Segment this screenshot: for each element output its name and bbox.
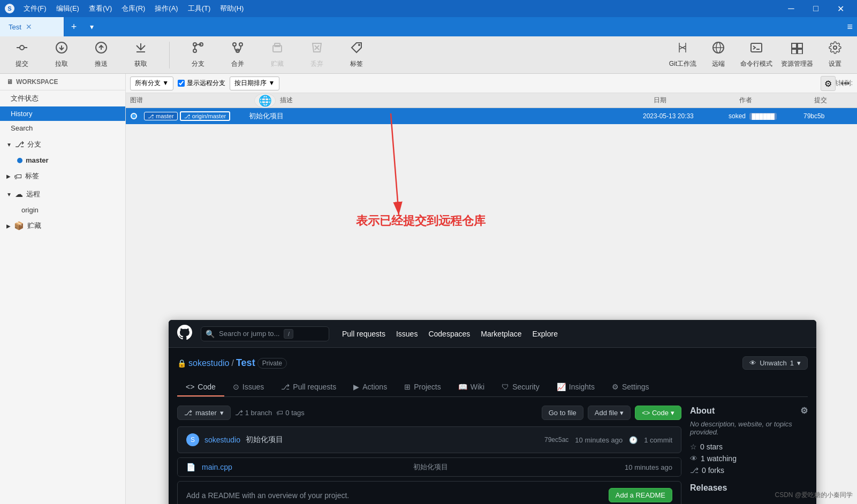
- sidebar-stash-section[interactable]: ▶ 📦 贮藏: [0, 217, 125, 235]
- tab-overflow-icon[interactable]: ≡: [847, 21, 853, 33]
- sidebar-item-search[interactable]: Search: [0, 121, 125, 135]
- sort-dropdown[interactable]: 按日期排序 ▼: [230, 77, 279, 90]
- gh-tab-issues[interactable]: ⊙ Issues: [224, 378, 272, 396]
- tab-dropdown[interactable]: ▾: [84, 22, 100, 31]
- projects-icon: ⊞: [404, 383, 411, 391]
- gh-about-gear-icon[interactable]: ⚙: [800, 406, 808, 416]
- badge-origin-master: ⎇ origin/master: [180, 111, 231, 121]
- toolbar-pull[interactable]: 拉取: [48, 41, 75, 68]
- gh-branch-selector[interactable]: ⎇ master ▾: [177, 406, 231, 420]
- toolbar-cli[interactable]: 命令行模式: [740, 41, 772, 68]
- gh-nav-explore[interactable]: Explore: [528, 327, 562, 340]
- gh-repo-sidebar: About ⚙ No description, website, or topi…: [690, 406, 808, 504]
- gh-unwatch-button[interactable]: 👁 Unwatch 1 ▾: [742, 356, 808, 370]
- gh-content: 🔒 sokestudio / Test Private 👁 Unwatch 1 …: [169, 348, 816, 504]
- globe-icon: 🌐: [254, 93, 276, 108]
- gh-branch-left: ⎇ master ▾ ⎇ 1 branch 🏷: [177, 406, 305, 420]
- sidebar-remote-section[interactable]: ▼ ☁ 远程: [0, 185, 125, 203]
- content-toolbar-right: ⚙ •••: [821, 76, 853, 91]
- sidebar-item-file-status[interactable]: 文件状态: [0, 90, 125, 106]
- gh-commit-hash[interactable]: 79ec5ac: [544, 436, 568, 444]
- toolbar-settings[interactable]: 设置: [822, 41, 848, 68]
- toolbar-commit[interactable]: 提交: [9, 41, 35, 68]
- gh-separator: /: [232, 358, 234, 368]
- gh-tab-settings[interactable]: ⚙ Settings: [603, 378, 658, 396]
- gh-readme-text: Add a README with an overview of your pr…: [186, 491, 349, 500]
- menu-edit[interactable]: 编辑(E): [52, 3, 84, 14]
- sidebar-origin[interactable]: origin: [0, 203, 125, 217]
- gh-tab-actions[interactable]: ▶ Actions: [345, 378, 396, 396]
- window-controls[interactable]: ─ □ ✕: [779, 0, 853, 17]
- toolbar-explorer[interactable]: 资源管理器: [781, 41, 813, 68]
- gh-repo-name[interactable]: Test: [236, 357, 255, 369]
- toolbar-git-workflow[interactable]: Git工作流: [669, 41, 696, 68]
- menu-action[interactable]: 操作(A): [150, 3, 182, 14]
- unwatch-chevron: ▾: [797, 359, 801, 367]
- gh-tab-security[interactable]: 🛡 Security: [493, 378, 548, 396]
- tags-chevron-icon: ▶: [6, 173, 11, 179]
- projects-tab-label: Projects: [414, 383, 441, 391]
- content-gear-button[interactable]: ⚙: [821, 76, 836, 91]
- sidebar-branches-section[interactable]: ▼ ⎇ 分支: [0, 135, 125, 154]
- gh-search-box[interactable]: 🔍 Search or jump to... /: [201, 326, 329, 341]
- gh-history-icon: 🕐: [629, 436, 638, 444]
- toolbar-discard[interactable]: 丢弃: [304, 41, 330, 68]
- menu-help[interactable]: 帮助(H): [216, 3, 248, 14]
- gh-tab-prs[interactable]: ⎇ Pull requests: [272, 378, 345, 396]
- add-file-label: Add file: [595, 409, 618, 417]
- gh-go-to-file-button[interactable]: Go to file: [542, 406, 583, 420]
- close-button[interactable]: ✕: [828, 0, 853, 17]
- toolbar-push[interactable]: 推送: [88, 41, 115, 68]
- gh-tab-wiki[interactable]: 📖 Wiki: [450, 378, 493, 396]
- gh-nav-links: Pull requests Issues Codespaces Marketpl…: [338, 327, 562, 340]
- toolbar-fetch[interactable]: 获取: [127, 41, 154, 68]
- gh-nav-codespaces[interactable]: Codespaces: [424, 327, 474, 340]
- gh-tab-insights[interactable]: 📈 Insights: [548, 378, 603, 396]
- sidebar-item-history[interactable]: History: [0, 106, 125, 121]
- gh-file-name-0[interactable]: main.cpp: [202, 463, 407, 471]
- gh-commit-author-link[interactable]: sokestudio: [204, 436, 240, 444]
- tab-close-button[interactable]: ✕: [26, 22, 32, 31]
- gh-add-readme-button[interactable]: Add a README: [609, 488, 672, 502]
- toolbar-tag[interactable]: 标签: [343, 41, 370, 68]
- settings-icon: [829, 41, 841, 57]
- menu-tools[interactable]: 工具(T): [184, 3, 215, 14]
- toolbar-branch[interactable]: 分支: [185, 41, 211, 68]
- toolbar-remote[interactable]: 远端: [705, 41, 732, 68]
- row-author: soked ██████: [729, 112, 803, 120]
- menu-view[interactable]: 查看(V): [85, 3, 116, 14]
- maximize-button[interactable]: □: [803, 0, 828, 17]
- gh-stars-stat: ☆ 0 stars: [690, 442, 808, 451]
- gh-commits-count[interactable]: 1 commit: [644, 436, 672, 444]
- tab-test[interactable]: Test ✕: [0, 17, 64, 36]
- gh-code-button[interactable]: <> Code ▾: [635, 406, 681, 420]
- sidebar-master-branch[interactable]: master: [0, 154, 125, 167]
- menu-file[interactable]: 文件(F): [19, 3, 51, 14]
- security-tab-label: Security: [512, 383, 540, 391]
- gh-file-row-0[interactable]: 📄 main.cpp 初始化项目 10 minutes ago: [178, 458, 681, 476]
- gh-repo-owner[interactable]: sokestudio: [188, 358, 230, 368]
- svg-point-2: [20, 45, 24, 50]
- unwatch-label: Unwatch: [760, 359, 787, 367]
- show-remote-checkbox-label[interactable]: 显示远程分支: [178, 79, 225, 88]
- gh-tab-code[interactable]: <> Code: [177, 378, 224, 396]
- tab-add-button[interactable]: +: [64, 17, 84, 36]
- stash-label: 贮藏: [27, 221, 41, 231]
- gh-nav-pullrequests[interactable]: Pull requests: [338, 327, 390, 340]
- gh-nav-issues[interactable]: Issues: [392, 327, 422, 340]
- toolbar-merge[interactable]: 合并: [224, 41, 251, 68]
- gh-nav-marketplace[interactable]: Marketplace: [476, 327, 526, 340]
- gh-tab-projects[interactable]: ⊞ Projects: [396, 378, 450, 396]
- content-more-button[interactable]: •••: [838, 76, 853, 91]
- menu-repo[interactable]: 仓库(R): [117, 3, 149, 14]
- gh-commit-time: 10 minutes ago: [575, 436, 623, 444]
- all-branches-dropdown[interactable]: 所有分支 ▼: [130, 77, 173, 90]
- gh-add-file-button[interactable]: Add file ▾: [588, 406, 631, 420]
- history-row-0[interactable]: ⎇ master ⎇ origin/master 初始化项目 2023-05-1…: [126, 108, 857, 124]
- show-remote-checkbox[interactable]: [178, 80, 185, 87]
- minimize-button[interactable]: ─: [779, 0, 803, 17]
- title-bar-menu[interactable]: 文件(F) 编辑(E) 查看(V) 仓库(R) 操作(A) 工具(T) 帮助(H…: [19, 3, 248, 14]
- col-date: 日期: [654, 96, 739, 105]
- sidebar-tags-section[interactable]: ▶ 🏷 标签: [0, 167, 125, 185]
- toolbar-stash[interactable]: 贮藏: [264, 41, 291, 68]
